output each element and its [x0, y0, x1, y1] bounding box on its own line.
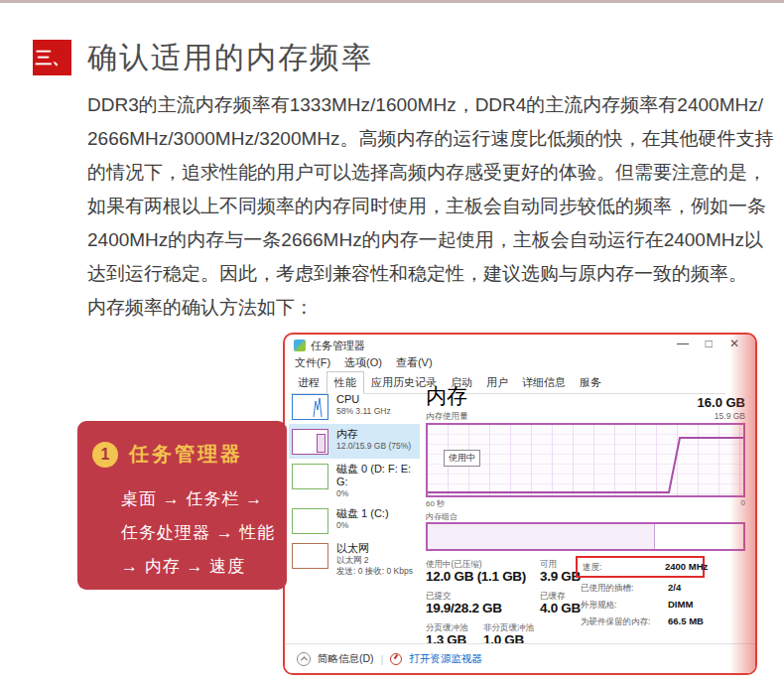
sidebar-item-detail: 0%	[336, 520, 389, 531]
stat-slots-label: 已使用的插槽:	[581, 583, 668, 595]
step-number-icon: 1	[92, 442, 118, 468]
sidebar-item-detail2: 发送: 0 接收: 0 Kbps	[336, 566, 413, 577]
fewer-details-icon	[297, 652, 311, 666]
sidebar-item-label: 磁盘 1 (C:)	[336, 507, 389, 520]
stat-nonpaged-pool-label: 非分页缓冲池	[483, 622, 534, 632]
maximize-button[interactable]: □	[696, 337, 721, 350]
disk-mini-graph-icon	[292, 508, 328, 534]
sidebar-item-detail: 0%	[336, 488, 417, 499]
intro-line: 2400MHz的内存与一条2666MHz的内存一起使用，主板会自动运行在2400…	[87, 223, 772, 257]
intro-line: 达到运行稳定。因此，考虑到兼容性和稳定性，建议选购与原内存一致的频率。	[87, 257, 772, 291]
callout-title: 任务管理器	[129, 441, 243, 468]
sidebar-item-label: CPU	[336, 393, 391, 406]
stat-speed-label: 速度:	[583, 562, 665, 574]
sidebar-item-label: 磁盘 0 (D: F: E: G:	[336, 463, 417, 488]
stat-committed-value: 19.9/28.2 GB	[426, 601, 540, 616]
close-button[interactable]: ✕	[721, 337, 747, 350]
memory-usage-max: 15.9 GB	[715, 411, 745, 422]
callout-step-line: 桌面 → 任务栏 →	[121, 482, 275, 516]
page-title: 确认适用的内存频率	[87, 38, 373, 78]
sidebar-item-disk1[interactable]: 磁盘 1 (C:) 0%	[289, 503, 420, 538]
performance-sidebar: CPU 58% 3.11 GHz 内存 12.0/15.9 GB (75%) 磁…	[289, 389, 420, 581]
speed-highlight-box: 速度: 2400 MHz	[576, 556, 705, 578]
stat-form-factor-value: DIMM	[668, 599, 693, 610]
sidebar-item-label: 以太网	[336, 542, 413, 555]
callout-step-line: → 内存 → 速度	[121, 550, 275, 584]
stat-cached-value: 4.0 GB	[540, 601, 581, 616]
task-manager-footer: 简略信息(D) | 打开资源监视器	[285, 643, 755, 673]
top-accent-bar	[0, 0, 784, 3]
sidebar-item-detail: 12.0/15.9 GB (75%)	[336, 441, 411, 452]
stat-hw-reserved-value: 66.5 MB	[668, 615, 704, 626]
stat-slots-value: 2/4	[668, 582, 681, 593]
callout-header: 1 任务管理器	[92, 441, 243, 468]
window-controls: — □ ✕	[670, 337, 747, 350]
section-number-badge: 三、	[33, 40, 71, 75]
minimize-button[interactable]: —	[670, 337, 696, 350]
fewer-details-button[interactable]: 简略信息(D)	[318, 652, 374, 666]
in-use-chip: 使用中	[444, 450, 480, 467]
intro-paragraph: DDR3的主流内存频率有1333MHz/1600MHz，DDR4的主流内存频率有…	[87, 88, 772, 325]
intro-line: 的情况下，追求性能的用户可以选择高频内存感受更好的体验。但需要注意的是，	[87, 156, 772, 190]
ethernet-mini-graph-icon	[292, 543, 328, 569]
memory-panel: 内存 16.0 GB 内存使用量 15.9 GB 使用中 60 秒 0 内存组合	[426, 386, 745, 654]
graph-zero-label: 0	[741, 498, 745, 508]
memory-composition-label: 内存组合	[426, 511, 745, 521]
composition-used-segment	[428, 524, 655, 549]
open-resource-monitor-link[interactable]: 打开资源监视器	[409, 652, 482, 666]
stat-available-label: 可用	[540, 559, 581, 569]
memory-panel-title: 内存	[426, 382, 467, 410]
sidebar-item-disk0[interactable]: 磁盘 0 (D: F: E: G: 0%	[289, 459, 420, 503]
stat-committed-label: 已提交	[426, 591, 540, 601]
window-title: 任务管理器	[311, 339, 365, 353]
memory-statistics: 使用中(已压缩) 12.0 GB (1.1 GB) 可用 3.9 GB 已提交 …	[426, 559, 745, 654]
callout-step-line: 任务处理器 → 性能	[121, 516, 275, 550]
intro-line: DDR3的主流内存频率有1333MHz/1600MHz，DDR4的主流内存频率有…	[87, 88, 772, 122]
resource-monitor-icon	[390, 653, 402, 665]
memory-mini-graph-icon	[292, 429, 328, 455]
memory-composition-bar	[426, 522, 745, 551]
stat-speed-value: 2400 MHz	[665, 561, 708, 572]
step-callout-box: 1 任务管理器 桌面 → 任务栏 → 任务处理器 → 性能 → 内存 → 速度	[77, 421, 287, 590]
task-manager-app-icon	[294, 340, 306, 351]
intro-line: 2666MHz/3000MHz/3200MHz。高频内存的运行速度比低频的快，在…	[87, 122, 772, 156]
menu-view[interactable]: 查看(V)	[396, 355, 433, 370]
stat-form-factor-label: 外形规格:	[581, 600, 668, 612]
intro-line: 内存频率的确认方法如下：	[87, 291, 772, 325]
sidebar-item-memory[interactable]: 内存 12.0/15.9 GB (75%)	[289, 424, 420, 459]
stat-in-use-value: 12.0 GB (1.1 GB)	[426, 569, 540, 585]
sidebar-item-ethernet[interactable]: 以太网 以太网 2 发送: 0 接收: 0 Kbps	[289, 538, 420, 581]
intro-line: 如果有两根以上不同频率的内存同时使用，主板会自动同步较低的频率，例如一条	[87, 190, 772, 223]
menu-options[interactable]: 选项(O)	[344, 355, 382, 370]
callout-steps: 桌面 → 任务栏 → 任务处理器 → 性能 → 内存 → 速度	[121, 482, 275, 584]
footer-divider: |	[381, 653, 384, 665]
cpu-mini-graph-icon	[292, 394, 328, 420]
menu-file[interactable]: 文件(F)	[295, 355, 330, 370]
stat-in-use-label: 使用中(已压缩)	[426, 559, 540, 569]
menu-bar: 文件(F) 选项(O) 查看(V)	[295, 355, 433, 370]
sidebar-item-label: 内存	[336, 428, 411, 441]
stat-available-value: 3.9 GB	[540, 569, 581, 585]
memory-usage-graph: 使用中	[426, 423, 745, 497]
page: 三、 确认适用的内存频率 DDR3的主流内存频率有1333MHz/1600MHz…	[0, 0, 784, 683]
memory-usage-label: 内存使用量	[426, 411, 468, 422]
sidebar-item-cpu[interactable]: CPU 58% 3.11 GHz	[289, 389, 420, 424]
disk-mini-graph-icon	[292, 464, 328, 489]
graph-time-axis-label: 60 秒	[426, 498, 445, 508]
sidebar-item-detail: 以太网 2	[336, 555, 413, 566]
memory-total-capacity: 16.0 GB	[698, 395, 745, 410]
stat-cached-label: 已缓存	[540, 591, 581, 601]
stat-paged-pool-label: 分页缓冲池	[426, 622, 483, 632]
task-manager-window: 任务管理器 — □ ✕ 文件(F) 选项(O) 查看(V) 进程 性能 应用历史…	[283, 333, 757, 675]
sidebar-item-detail: 58% 3.11 GHz	[336, 406, 391, 417]
stat-hw-reserved-label: 为硬件保留的内存:	[581, 616, 668, 628]
